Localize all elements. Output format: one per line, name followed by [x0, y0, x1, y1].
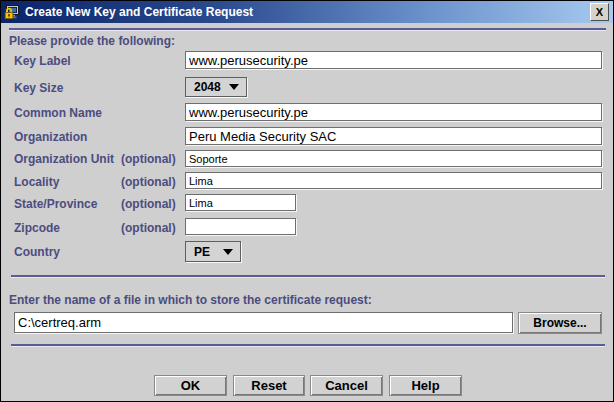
organization-unit-optional-label: (optional) [121, 152, 176, 166]
window-title: Create New Key and Certificate Request [25, 5, 253, 19]
state-province-optional-label: (optional) [121, 197, 176, 211]
key-label-label: Key Label [14, 54, 71, 68]
country-select[interactable]: PE [185, 241, 241, 262]
organization-input[interactable] [185, 127, 602, 145]
common-name-label: Common Name [14, 106, 102, 120]
help-button[interactable]: Help [389, 375, 462, 396]
zipcode-optional-label: (optional) [121, 221, 176, 235]
close-button[interactable]: X [590, 3, 609, 21]
locality-label: Locality [14, 175, 59, 189]
key-label-input[interactable] [185, 51, 602, 69]
organization-unit-input[interactable] [185, 150, 602, 167]
locality-optional-label: (optional) [121, 175, 176, 189]
create-key-dialog: Create New Key and Certificate Request X… [0, 0, 614, 402]
locality-input[interactable] [185, 172, 602, 189]
key-database-icon [4, 4, 20, 20]
mid-separator [11, 275, 605, 278]
zipcode-label: Zipcode [14, 221, 60, 235]
key-size-label: Key Size [14, 81, 63, 95]
close-icon: X [596, 6, 603, 18]
organization-label: Organization [14, 130, 87, 144]
browse-button[interactable]: Browse... [518, 312, 602, 334]
reset-button[interactable]: Reset [233, 375, 305, 396]
zipcode-input[interactable] [185, 218, 296, 235]
key-size-select[interactable]: 2048 [185, 77, 247, 97]
chevron-down-icon [229, 84, 239, 90]
state-province-input[interactable] [185, 194, 296, 211]
cancel-button[interactable]: Cancel [310, 375, 383, 396]
certificate-file-input[interactable] [14, 312, 513, 333]
section-heading: Please provide the following: [9, 34, 175, 48]
organization-unit-label: Organization Unit [14, 152, 114, 166]
bottom-separator [11, 344, 605, 347]
ok-button[interactable]: OK [154, 375, 227, 396]
title-bar: Create New Key and Certificate Request X [1, 1, 613, 23]
country-value: PE [194, 245, 210, 259]
chevron-down-icon [223, 249, 233, 255]
common-name-input[interactable] [185, 103, 602, 121]
country-label: Country [14, 245, 60, 259]
top-separator [9, 28, 606, 31]
key-size-value: 2048 [194, 80, 221, 94]
state-province-label: State/Province [14, 197, 97, 211]
file-section-label: Enter the name of a file in which to sto… [9, 293, 372, 307]
